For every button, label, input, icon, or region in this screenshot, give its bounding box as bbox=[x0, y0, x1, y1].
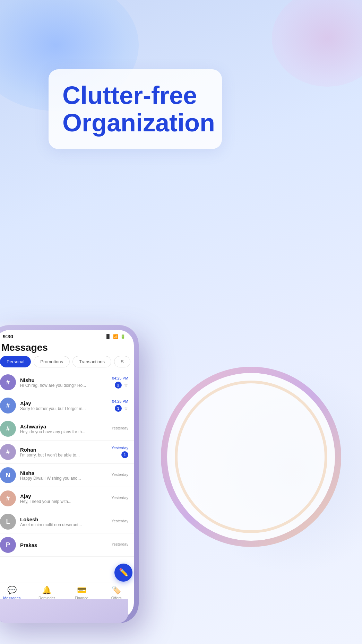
msg-name: Nisha bbox=[20, 470, 107, 476]
tabs-bar: Personal Promotions Transactions S bbox=[0, 356, 134, 371]
hero-title: Clutter-free Organization bbox=[62, 82, 208, 137]
msg-name: Lokesh bbox=[20, 516, 107, 522]
msg-meta: 04:25 PM 3☆ bbox=[112, 399, 128, 412]
msg-meta: Yesterday 1 bbox=[111, 446, 128, 458]
message-item[interactable]: # Ajay Sorry to bother you, but I forgot… bbox=[0, 394, 134, 417]
msg-content: Nishu Hi Chirag, how are you doing? Ho..… bbox=[20, 377, 108, 388]
phone-outer: 9:30 ▐▌ 📶 🔋 Messages Personal Promotions… bbox=[0, 325, 139, 623]
tab-promotions[interactable]: Promotions bbox=[34, 356, 70, 367]
msg-time: Yesterday bbox=[111, 426, 128, 430]
msg-content: Ashwariya Hey, do you have any plans for… bbox=[20, 424, 107, 434]
badge-count: 1 bbox=[121, 451, 128, 458]
app-title: Messages bbox=[0, 341, 134, 356]
nav-icon: 💳 bbox=[77, 586, 86, 595]
wifi-icon: 📶 bbox=[113, 334, 118, 339]
msg-time: Yesterday bbox=[111, 472, 128, 477]
msg-preview: Happy Diwali! Wishing you and... bbox=[20, 476, 107, 481]
msg-meta: Yesterday bbox=[111, 496, 128, 501]
message-item[interactable]: # Rohan I'm sorry, but I won't be able t… bbox=[0, 441, 134, 464]
msg-time: Yesterday bbox=[111, 446, 128, 450]
message-item[interactable]: L Lokesh Amet minim mollit non deserunt.… bbox=[0, 510, 134, 533]
msg-time: Yesterday bbox=[111, 542, 128, 546]
deco-ring-inner bbox=[175, 381, 327, 533]
message-item[interactable]: # Ajay Hey, I need your help with... Yes… bbox=[0, 487, 134, 510]
battery-icon: 🔋 bbox=[120, 334, 126, 339]
avatar: N bbox=[0, 467, 16, 483]
message-item[interactable]: N Nisha Happy Diwali! Wishing you and...… bbox=[0, 464, 134, 487]
hero-title-line2: Organization bbox=[62, 109, 215, 137]
avatar: # bbox=[0, 490, 16, 506]
hero-title-line1: Clutter-free bbox=[62, 81, 197, 109]
msg-time: Yesterday bbox=[111, 496, 128, 500]
tab-s[interactable]: S bbox=[114, 356, 130, 367]
message-item[interactable]: # Ashwariya Hey, do you have any plans f… bbox=[0, 417, 134, 441]
msg-badges: 3☆ bbox=[115, 405, 128, 412]
msg-name: Ashwariya bbox=[20, 424, 107, 429]
compose-fab[interactable]: ✏️ bbox=[114, 564, 132, 582]
avatar: # bbox=[0, 398, 16, 414]
msg-time: 04:25 PM bbox=[112, 376, 128, 380]
signal-icon: ▐▌ bbox=[105, 334, 111, 339]
msg-content: Rohan I'm sorry, but I won't be able to.… bbox=[20, 447, 107, 458]
msg-preview: Hey, do you have any plans for th... bbox=[20, 429, 107, 434]
msg-content: Lokesh Amet minim mollit non deserunt... bbox=[20, 516, 107, 527]
msg-name: Prakas bbox=[20, 542, 107, 548]
nav-icon: 🔔 bbox=[42, 586, 51, 595]
msg-preview: Hi Chirag, how are you doing? Ho... bbox=[20, 383, 108, 388]
msg-time: Yesterday bbox=[111, 519, 128, 523]
msg-content: Nisha Happy Diwali! Wishing you and... bbox=[20, 470, 107, 481]
status-time: 9:30 bbox=[3, 333, 13, 339]
status-bar: 9:30 ▐▌ 📶 🔋 bbox=[0, 330, 134, 341]
star-icon: ☆ bbox=[124, 382, 128, 388]
message-list: # Nishu Hi Chirag, how are you doing? Ho… bbox=[0, 371, 134, 583]
msg-meta: Yesterday bbox=[111, 519, 128, 524]
avatar: P bbox=[0, 537, 16, 553]
tab-transactions[interactable]: Transactions bbox=[72, 356, 111, 367]
msg-name: Rohan bbox=[20, 447, 107, 453]
hero-card: Clutter-free Organization bbox=[49, 69, 222, 149]
msg-name: Ajay bbox=[20, 493, 107, 499]
msg-preview: Sorry to bother you, but I forgot m... bbox=[20, 406, 108, 411]
avatar: # bbox=[0, 444, 16, 460]
badge-count: 2 bbox=[115, 382, 122, 389]
message-item[interactable]: P Prakas Yesterday bbox=[0, 533, 134, 557]
msg-content: Prakas bbox=[20, 542, 107, 548]
message-item[interactable]: # Nishu Hi Chirag, how are you doing? Ho… bbox=[0, 371, 134, 394]
msg-preview: Hey, I need your help with... bbox=[20, 499, 107, 504]
msg-preview: I'm sorry, but I won't be able to... bbox=[20, 453, 107, 458]
msg-time: 04:25 PM bbox=[112, 399, 128, 403]
avatar: L bbox=[0, 514, 16, 530]
msg-badges: 1 bbox=[121, 451, 128, 458]
msg-meta: 04:25 PM 2☆ bbox=[112, 376, 128, 389]
phone-mockup: 9:30 ▐▌ 📶 🔋 Messages Personal Promotions… bbox=[0, 325, 139, 623]
msg-content: Ajay Sorry to bother you, but I forgot m… bbox=[20, 400, 108, 411]
msg-meta: Yesterday bbox=[111, 542, 128, 548]
msg-meta: Yesterday bbox=[111, 426, 128, 432]
nav-icon: 🏷️ bbox=[112, 586, 121, 595]
msg-name: Ajay bbox=[20, 400, 108, 406]
msg-preview: Amet minim mollit non deserunt... bbox=[20, 522, 107, 527]
msg-content: Ajay Hey, I need your help with... bbox=[20, 493, 107, 504]
nav-icon: 💬 bbox=[7, 586, 17, 595]
phone-screen: 9:30 ▐▌ 📶 🔋 Messages Personal Promotions… bbox=[0, 330, 134, 618]
status-icons: ▐▌ 📶 🔋 bbox=[105, 334, 126, 339]
badge-count: 3 bbox=[115, 405, 122, 412]
msg-badges: 2☆ bbox=[115, 382, 128, 389]
avatar: # bbox=[0, 374, 16, 390]
bg-blob-pink bbox=[272, 0, 362, 87]
avatar: # bbox=[0, 421, 16, 437]
msg-meta: Yesterday bbox=[111, 472, 128, 478]
star-icon: ☆ bbox=[124, 406, 128, 411]
tab-personal[interactable]: Personal bbox=[0, 356, 31, 367]
msg-name: Nishu bbox=[20, 377, 108, 383]
phone-base bbox=[0, 599, 128, 623]
